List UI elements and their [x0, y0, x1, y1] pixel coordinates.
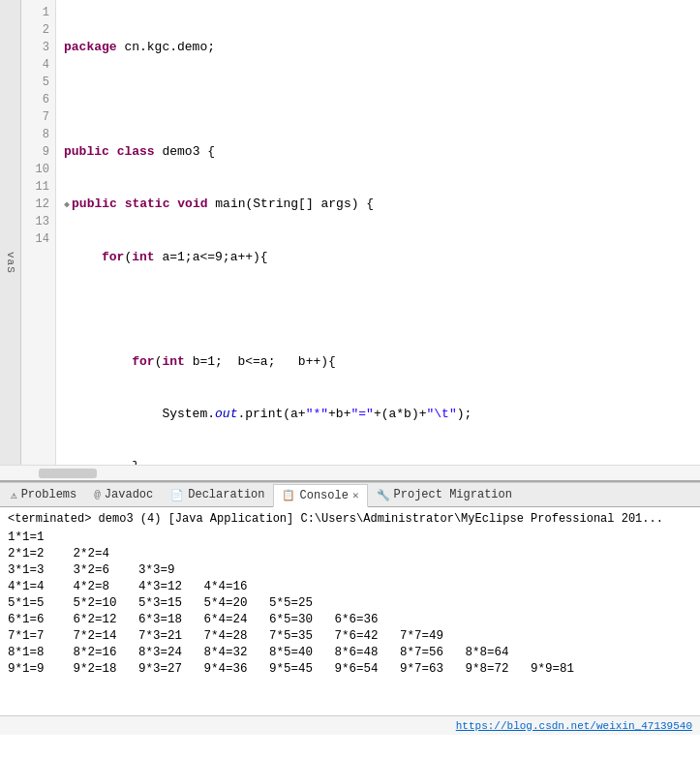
code-editor[interactable]: package cn.kgc.demo; public class demo3 …	[56, 0, 700, 465]
code-line-1: package cn.kgc.demo;	[64, 39, 692, 56]
console-area[interactable]: <terminated> demo3 (4) [Java Application…	[0, 507, 700, 715]
project-migration-icon: 🔧	[377, 489, 390, 501]
tab-console[interactable]: 📋 Console ✕	[273, 484, 367, 507]
console-close-button[interactable]: ✕	[352, 489, 359, 501]
horizontal-scrollbar[interactable]	[0, 465, 700, 480]
console-icon: 📋	[282, 489, 295, 501]
code-line-9: }	[64, 458, 692, 465]
javadoc-icon: @	[94, 489, 101, 500]
code-line-8: System.out.print(a+"*"+b+"="+(a*b)+"\t")…	[64, 406, 692, 423]
tab-javadoc[interactable]: @ Javadoc	[85, 483, 162, 506]
tab-project-migration[interactable]: 🔧 Project Migration	[368, 483, 521, 506]
tab-javadoc-label: Javadoc	[105, 488, 153, 501]
problems-icon: ⚠	[11, 489, 17, 501]
tab-declaration-label: Declaration	[188, 488, 264, 501]
console-line-3: 3*1=3 3*2=6 3*3=9	[8, 562, 692, 579]
code-line-2	[64, 91, 692, 108]
console-line-5: 5*1=5 5*2=10 5*3=15 5*4=20 5*5=25	[8, 595, 692, 612]
tab-project-migration-label: Project Migration	[394, 488, 512, 501]
console-line-6: 6*1=6 6*2=12 6*3=18 6*4=24 6*5=30 6*6=36	[8, 612, 692, 628]
code-line-6	[64, 301, 692, 318]
status-bar: https://blog.csdn.net/weixin_47139540	[0, 715, 700, 735]
tab-problems-label: Problems	[21, 488, 77, 501]
console-line-7: 7*1=7 7*2=14 7*3=21 7*4=28 7*5=35 7*6=42…	[8, 628, 692, 645]
tab-bar: ⚠ Problems @ Javadoc 📄 Declaration 📋 Con…	[0, 482, 700, 507]
tab-console-label: Console	[299, 489, 348, 502]
code-line-4: ◆public static void main(String[] args) …	[64, 196, 692, 214]
code-line-5: for(int a=1;a<=9;a++){	[64, 249, 692, 266]
code-line-7: for(int b=1; b<=a; b++){	[64, 353, 692, 371]
code-line-3: public class demo3 {	[64, 143, 692, 161]
declaration-icon: 📄	[170, 489, 184, 501]
tab-problems[interactable]: ⚠ Problems	[2, 483, 85, 506]
status-url[interactable]: https://blog.csdn.net/weixin_47139540	[456, 720, 692, 732]
scroll-thumb[interactable]	[39, 469, 97, 478]
console-line-8: 8*1=8 8*2=16 8*3=24 8*4=32 8*5=40 8*6=48…	[8, 645, 692, 661]
line-numbers: 1 2 3 4 5 6 7 8 9 10 11 12 13 14	[21, 0, 56, 465]
tab-declaration[interactable]: 📄 Declaration	[162, 483, 273, 506]
console-line-2: 2*1=2 2*2=4	[8, 546, 692, 562]
vas-label: vaS	[5, 252, 16, 274]
console-line-4: 4*1=4 4*2=8 4*3=12 4*4=16	[8, 579, 692, 595]
editor-wrapper: vaS 1 2 3 4 5 6 7 8 9 10 11 12 13 14 pac…	[0, 0, 700, 465]
console-header: <terminated> demo3 (4) [Java Application…	[8, 511, 692, 528]
bottom-panel: ⚠ Problems @ Javadoc 📄 Declaration 📋 Con…	[0, 480, 700, 735]
console-line-1: 1*1=1	[8, 530, 692, 546]
console-line-9: 9*1=9 9*2=18 9*3=27 9*4=36 9*5=45 9*6=54…	[8, 661, 692, 678]
